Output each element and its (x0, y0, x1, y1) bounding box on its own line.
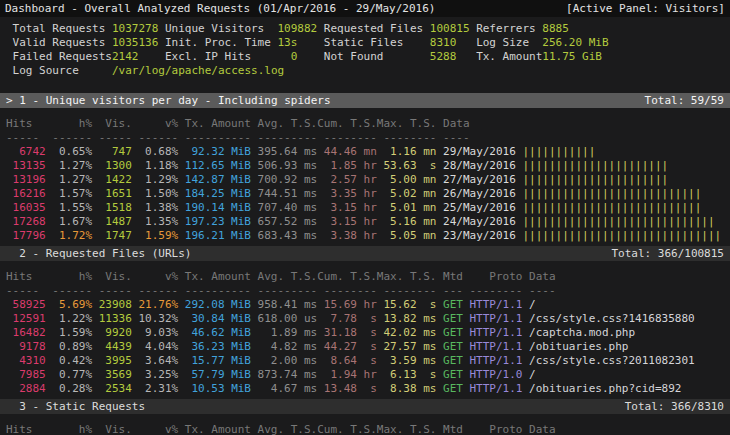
cell-tx-amount: 190.14 MiB (178, 201, 251, 215)
cell-cum-ts: 3.38 hr (317, 229, 377, 243)
summary-row: Log Source/var/log/apache/access.log (6, 64, 730, 78)
bar-sparkline: ||||||||||||||||||||||||||| (522, 201, 701, 215)
cell-data: / (529, 298, 536, 312)
summary-value: 2142 (112, 50, 165, 64)
summary-value: 8885 (542, 22, 615, 36)
summary-label: Excl. IP Hits (165, 50, 278, 64)
cell-data: 26/May/2016 (443, 187, 516, 201)
panels-container: > 1 - Unique visitors per day - Includin… (0, 93, 730, 435)
summary-indent (6, 50, 13, 64)
cell-protocol: HTTP/1.1 (469, 382, 522, 396)
cell-visitors-percent: 9.03% (132, 326, 178, 340)
cell-max-ts: 15.62 s (377, 298, 437, 312)
column-headers-row: Hitsh%Vis.v%Tx. AmountAvg. T.S.Cum. T.S.… (6, 117, 730, 131)
panel-table: Hitsh%Vis.v%Tx. AmountAvg. T.S.Cum. T.S.… (0, 423, 730, 435)
active-panel-indicator: [Active Panel: Visitors] (566, 2, 725, 16)
dashes-hpct: ------ (46, 131, 92, 145)
cell-max-ts: 53.63 s (377, 159, 437, 173)
cell-protocol: HTTP/1.1 (469, 298, 522, 312)
cell-tx-amount: 142.87 MiB (178, 173, 251, 187)
cell-hits-percent: 5.69% (46, 298, 92, 312)
cell-cum-ts: 3.15 hr (317, 201, 377, 215)
column-header-hpct: h% (46, 423, 92, 435)
dashes-hits: ----- (6, 284, 46, 298)
column-header-vis: Vis. (92, 423, 132, 435)
summary-label: Referrers (476, 22, 542, 36)
cell-avg-ts: 958.41 ms (251, 298, 317, 312)
dashes-avg: --------- (251, 131, 317, 145)
dashes-vpct: ------ (132, 284, 178, 298)
cell-hits-percent: 0.65% (46, 145, 92, 159)
table-row[interactable]: 589255.69%2390821.76%292.08 MiB958.41 ms… (6, 298, 730, 312)
cell-cum-ts: 44.27 s (317, 340, 377, 354)
summary-value: 1035136 (112, 36, 165, 50)
table-row[interactable]: 177961.72%17471.59%196.21 MiB683.43 ms3.… (6, 229, 730, 243)
column-header-max: Max. T.S. (377, 270, 437, 284)
cell-data: /obituaries.php (529, 340, 628, 354)
summary-label: Tx. Amount (476, 50, 542, 64)
cell-data: /css/style.css?1416835880 (529, 312, 695, 326)
cell-data: 23/May/2016 (443, 229, 516, 243)
cell-visitors: 747 (92, 145, 132, 159)
column-header-hits: Hits (6, 117, 46, 131)
dashboard-title: Dashboard - Overall Analyzed Requests (0… (5, 2, 435, 16)
cell-data: /css/style.css?2011082301 (529, 354, 695, 368)
cell-avg-ts: 618.00 us (251, 312, 317, 326)
table-row[interactable]: 162161.57%16511.50%184.25 MiB744.51 ms3.… (6, 187, 730, 201)
cell-max-ts: 13.82 ms (377, 312, 437, 326)
cell-hits-percent: 1.59% (46, 326, 92, 340)
dashes-vis: ----- (92, 284, 132, 298)
cell-visitors-percent: 1.35% (132, 215, 178, 229)
panel-header-bar[interactable]: 3 - Static RequestsTotal: 366/8310 (0, 399, 730, 414)
cell-avg-ts: 395.64 ms (251, 145, 317, 159)
table-row[interactable]: 164821.59%99209.03%46.62 MiB1.89 ms31.18… (6, 326, 730, 340)
table-row[interactable]: 125911.22%1133610.32%30.84 MiB618.00 us7… (6, 312, 730, 326)
table-row[interactable]: 28840.28%25342.31%10.53 MiB4.67 ms13.48 … (6, 382, 730, 396)
table-row[interactable]: 172681.67%14871.35%197.23 MiB657.52 ms3.… (6, 215, 730, 229)
summary-row: Total Requests1037278Unique Visitors1098… (6, 22, 730, 36)
cell-hits: 17796 (6, 229, 46, 243)
summary-value: 5288 (430, 50, 476, 64)
panel-header-bar[interactable]: 2 - Requested Files (URLs)Total: 366/100… (0, 246, 730, 261)
panel-header-bar[interactable]: > 1 - Unique visitors per day - Includin… (0, 93, 730, 108)
table-row[interactable]: 79850.77%35693.25%57.79 MiB873.74 ms1.94… (6, 368, 730, 382)
cell-method: GET (443, 340, 463, 354)
cell-cum-ts: 31.18 s (317, 326, 377, 340)
cell-visitors-percent: 4.04% (132, 340, 178, 354)
table-row[interactable]: 131961.27%14221.29%142.87 MiB700.92 ms2.… (6, 173, 730, 187)
cell-cum-ts: 1.85 hr (317, 159, 377, 173)
cell-hits-percent: 1.55% (46, 201, 92, 215)
title-bar: Dashboard - Overall Analyzed Requests (0… (0, 0, 730, 17)
table-row[interactable]: 131351.27%13001.18%112.65 MiB506.93 ms1.… (6, 159, 730, 173)
cell-method: GET (443, 312, 463, 326)
cell-hits: 4310 (6, 354, 46, 368)
summary-label: Not Found (324, 50, 430, 64)
cell-data: 24/May/2016 (443, 215, 516, 229)
bar-sparkline: ||||||||||| (522, 145, 595, 159)
cell-max-ts: 42.02 ms (377, 326, 437, 340)
cell-tx-amount: 92.32 MiB (178, 145, 251, 159)
column-header-tx: Tx. Amount (178, 117, 251, 131)
cell-visitors-percent: 1.38% (132, 201, 178, 215)
summary-row: Valid Requests1035136Init. Proc. Time13s… (6, 36, 730, 50)
table-row[interactable]: 160351.55%15181.38%190.14 MiB707.40 ms3.… (6, 201, 730, 215)
column-headers-row: Hitsh%Vis.v%Tx. AmountAvg. T.S.Cum. T.S.… (6, 270, 730, 284)
table-row[interactable]: 43100.42%39953.64%15.77 MiB2.00 ms8.64 s… (6, 354, 730, 368)
summary-indent (6, 64, 13, 78)
cell-hits: 13196 (6, 173, 46, 187)
table-row[interactable]: 67420.65%7470.68%92.32 MiB395.64 ms44.46… (6, 145, 730, 159)
table-row[interactable]: 91780.89%44394.04%36.23 MiB4.82 ms44.27 … (6, 340, 730, 354)
cell-visitors: 1747 (92, 229, 132, 243)
summary-label: Log Size (476, 36, 542, 50)
cell-visitors: 2534 (92, 382, 132, 396)
cell-cum-ts: 3.15 hr (317, 215, 377, 229)
cell-visitors-percent: 1.50% (132, 187, 178, 201)
cell-avg-ts: 744.51 ms (251, 187, 317, 201)
summary-label: Requested Files (324, 22, 430, 36)
cell-tx-amount: 57.79 MiB (178, 368, 251, 382)
cell-visitors-percent: 1.29% (132, 173, 178, 187)
cell-hits-percent: 1.27% (46, 173, 92, 187)
cell-cum-ts: 3.35 hr (317, 187, 377, 201)
dashes-row: ----------------------------------------… (6, 131, 730, 145)
column-header-avg: Avg. T.S. (251, 270, 317, 284)
